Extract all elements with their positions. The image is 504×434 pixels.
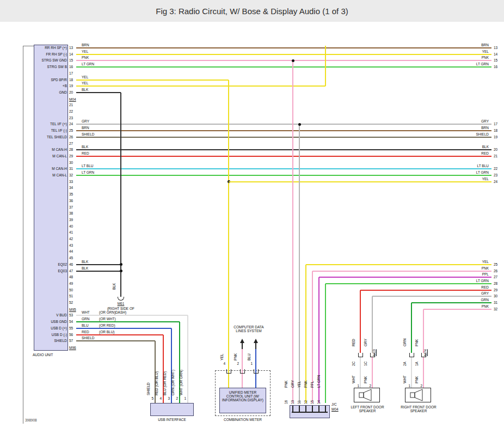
jc-pin-number: 14	[317, 400, 321, 404]
wire-color-label: BLU	[82, 323, 89, 327]
pin-number: 26	[69, 135, 73, 139]
wire-color-label: PNK	[284, 381, 288, 388]
signal-label: TEL SHIELD	[47, 135, 67, 139]
left-speaker-box	[354, 388, 380, 402]
wire-v	[411, 357, 412, 388]
wire-color-label: YEL	[82, 81, 88, 85]
right-speaker-label: RIGHT FRONT DOOR SPEAKER	[399, 405, 438, 413]
signal-label: STRG SW B	[47, 65, 67, 69]
wire-color-label: BRN	[82, 43, 89, 47]
pin-number: 49	[69, 282, 73, 285]
wire-color-label: GRY	[481, 291, 489, 295]
wire-v	[372, 357, 373, 388]
connector-bracket	[226, 369, 231, 374]
pin-number: 37	[69, 205, 73, 209]
connector-bracket	[409, 353, 414, 357]
signal-label: EQ02	[58, 262, 67, 266]
unified-meter-unit-label: UNIFIED METER CONTROL UNIT (W/ INFORMATI…	[220, 390, 265, 402]
wire-h	[229, 181, 491, 182]
signal-label: TEL I/F (-)	[51, 129, 67, 132]
wire-color-label: GRN	[481, 298, 489, 302]
conn-pin-label: 1C	[364, 362, 367, 366]
exit-pin-number: 26	[494, 269, 497, 273]
exit-pin-number: 24	[494, 180, 497, 184]
wire-color-label: RED	[481, 285, 489, 289]
wire-color-label: GRY	[481, 119, 489, 123]
wire-color-label: WHT	[82, 310, 90, 314]
pin-number: 1	[184, 396, 186, 400]
wire-color-label: YEL	[82, 50, 88, 53]
wire-color-label: LT BLU	[82, 164, 93, 168]
jc-pin-number: 12	[304, 400, 308, 404]
wire-color-label: PNK	[364, 376, 367, 383]
wire-color-label: GRY	[291, 380, 294, 388]
wire-color-label: YEL	[482, 177, 489, 181]
pin-number: 30	[69, 161, 73, 164]
signal-label: M CAN-L	[52, 154, 67, 158]
wire-color-label: LT GRN	[82, 62, 94, 66]
wire-color-label: PPL	[482, 272, 489, 276]
speaker-icon	[405, 388, 431, 402]
exit-pin-number: 30	[494, 294, 497, 298]
wire-color-label: PNK	[482, 56, 489, 59]
left-speaker-label: LEFT FRONT DOOR SPEAKER	[348, 405, 386, 413]
wire-v	[228, 80, 229, 388]
wire-color-label: RED (OR BLU)	[155, 371, 158, 395]
pin-number: 15	[69, 58, 73, 62]
wire-color-label: BLK	[82, 260, 88, 264]
jc-pin-number: 13	[291, 400, 294, 404]
pin-number: 1	[408, 384, 410, 388]
junction-dot	[120, 270, 122, 272]
pin-number: 29	[69, 154, 73, 158]
pin-number: 14	[69, 52, 73, 56]
junction-dot	[120, 263, 122, 266]
wire-h	[325, 283, 491, 284]
wire-color-label: SHIELD	[146, 383, 150, 395]
ground-label: M61	[118, 302, 125, 305]
usb-interface-label: USB INTERFACE	[150, 418, 194, 421]
wire-color-alt-label: (OR GRN)	[99, 310, 115, 314]
ground-connector-symbol	[118, 297, 124, 301]
connector-label: M95	[69, 308, 76, 311]
wire-h	[76, 340, 155, 341]
wire-color-label: BRN	[481, 43, 489, 47]
exit-pin-number: 19	[494, 135, 497, 139]
connector-bracket	[240, 369, 245, 374]
signal-label: FR RH SP (-)	[46, 52, 67, 56]
wire-h	[312, 271, 491, 272]
wire-h	[76, 60, 491, 61]
pin-number: 56	[69, 333, 73, 337]
conn-pin-label: 2C	[352, 362, 355, 366]
audio-unit-label: AUDIO UNIT	[33, 353, 53, 357]
wire-h	[76, 168, 491, 169]
connector-label: M74	[423, 349, 427, 356]
wire-color-label: BLK	[482, 145, 489, 149]
wire-color-label: PNK	[482, 266, 489, 270]
pin-number: 43	[69, 243, 73, 247]
wire-color-label: LT BLU	[477, 164, 489, 168]
wire-h	[76, 315, 188, 316]
pin-number: 19	[69, 84, 73, 88]
wire-color-label: PPL	[310, 381, 314, 388]
wire-color-label: PNK	[233, 353, 237, 360]
pin-number: 28	[69, 148, 73, 151]
wire-color-label: SHIELD	[82, 132, 94, 136]
arrow-up	[254, 339, 258, 343]
connector-bracket	[254, 369, 259, 374]
wire-h	[76, 54, 491, 55]
pin-number: 51	[69, 294, 73, 298]
wire-color-label: YEL	[220, 354, 224, 360]
wire-v	[187, 315, 188, 403]
exit-pin-number: 29	[494, 288, 497, 292]
wire-h	[411, 302, 491, 303]
pin-number: 4	[223, 362, 225, 365]
signal-label: V BUD	[56, 313, 67, 317]
exit-pin-number: 15	[494, 58, 497, 62]
signal-label: USB GND	[51, 320, 67, 323]
connector-label: M13	[372, 349, 376, 356]
arrow-up	[240, 339, 244, 343]
usb-interface-box	[150, 403, 194, 416]
pin-number: 42	[69, 237, 73, 241]
pin-number: 54	[69, 320, 73, 323]
frame-top-corner	[23, 46, 34, 46]
